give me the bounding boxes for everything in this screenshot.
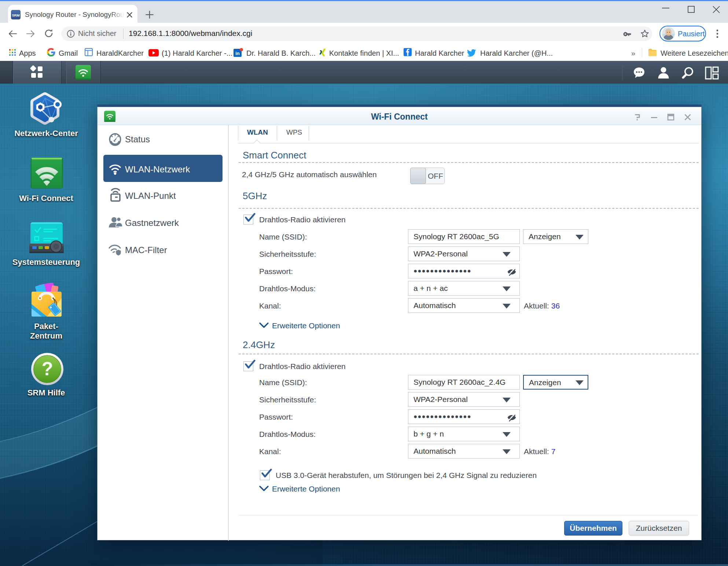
- svg-text:?: ?: [41, 358, 53, 379]
- svg-text:in: in: [235, 51, 240, 56]
- svg-text:SRM: SRM: [12, 13, 19, 17]
